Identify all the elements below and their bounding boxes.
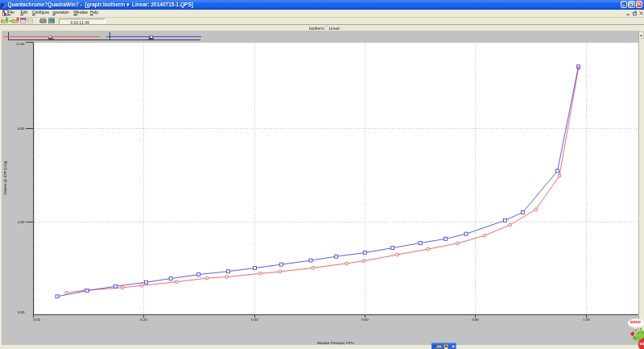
svg-text:0.00: 0.00 <box>34 318 41 322</box>
svg-text:0.80: 0.80 <box>472 318 479 322</box>
svg-text:0.40: 0.40 <box>251 318 258 322</box>
svg-text:1.00: 1.00 <box>583 318 590 322</box>
svg-text:4.00: 4.00 <box>18 220 25 224</box>
svg-text:0.20: 0.20 <box>140 318 147 322</box>
svg-text:0.60: 0.60 <box>361 318 369 322</box>
svg-text:8.00: 8.00 <box>18 127 25 131</box>
svg-text:11.50: 11.50 <box>16 42 25 46</box>
svg-text:Volume @ STP (cc/g): Volume @ STP (cc/g) <box>3 160 7 195</box>
svg-text:Relative Pressure, P/Po: Relative Pressure, P/Po <box>317 341 354 345</box>
svg-text:Des: Des <box>149 37 155 40</box>
svg-text:0.00: 0.00 <box>18 310 25 314</box>
svg-text:Ads: Ads <box>47 37 53 40</box>
